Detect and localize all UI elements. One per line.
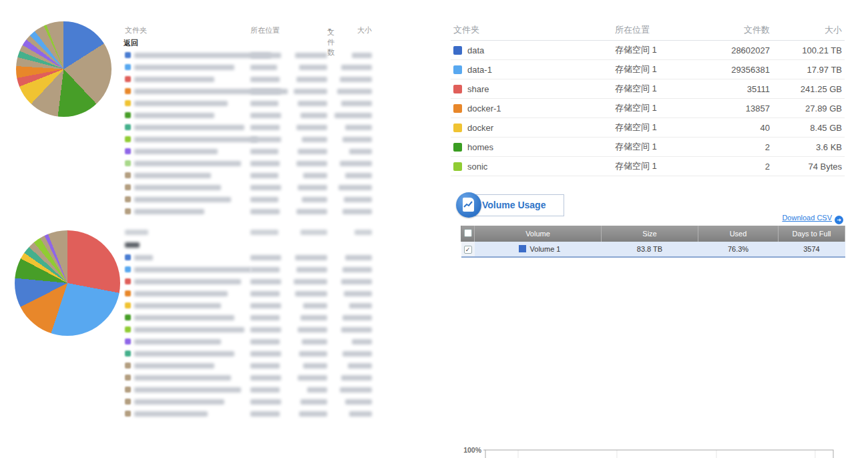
folder-row-redacted[interactable]: [124, 85, 374, 97]
redacted-text-block: [134, 267, 251, 272]
folder-file-count: 13857: [711, 99, 773, 118]
redacted-text-block: [250, 327, 281, 332]
redacted-text-block: [250, 89, 281, 94]
column-header-location[interactable]: 所在位置: [250, 25, 280, 35]
folder-row-redacted[interactable]: [124, 360, 374, 372]
redacted-text-block: [295, 255, 327, 260]
folder-row-redacted[interactable]: [124, 73, 374, 85]
redacted-text-block: [134, 137, 258, 142]
folder-location: 存储空间 1: [612, 60, 711, 79]
column-header-used[interactable]: Used: [698, 226, 779, 242]
folder-location: 存储空间 1: [612, 118, 711, 138]
redacted-text-block: [343, 267, 372, 272]
volume-usage-line-chart: 0%20%40%60%80%100%Fri Apr 15 2022Sun Jun…: [451, 443, 845, 458]
redacted-text-block: [296, 77, 327, 82]
folder-row-redacted[interactable]: [124, 194, 374, 206]
redacted-text-block: [250, 65, 277, 70]
folder-color-icon: [453, 65, 462, 74]
redacted-text-block: [134, 411, 208, 417]
folder-color-icon: [125, 411, 131, 417]
download-csv-link[interactable]: Download CSV➜: [782, 214, 843, 224]
column-header-size[interactable]: 大小: [357, 25, 372, 35]
redacted-text-block: [134, 197, 231, 202]
folder-size: 74 Bytes: [773, 157, 845, 176]
redacted-text-block: [340, 161, 372, 166]
column-header-count[interactable]: 文件数: [711, 20, 773, 41]
redacted-text-block: [294, 279, 327, 284]
table-header-row: 文件夹 所在位置 文件数 ▼ 大小: [124, 23, 374, 38]
folder-row-redacted[interactable]: [124, 146, 374, 158]
folder-row-redacted[interactable]: [124, 264, 374, 276]
folder-row-sonic[interactable]: sonic存储空间 1274 Bytes: [451, 157, 845, 176]
folder-row-share[interactable]: share存储空间 135111241.25 GB: [451, 79, 845, 99]
redacted-text-block: [250, 230, 278, 235]
column-header-location[interactable]: 所在位置: [612, 20, 711, 41]
redacted-text-block: [250, 101, 278, 106]
redacted-text-block: [250, 339, 280, 345]
column-header-days-to-full[interactable]: Days to Full: [779, 226, 845, 242]
folder-row-redacted[interactable]: [124, 396, 374, 408]
folder-row-redacted[interactable]: [124, 134, 374, 146]
folder-row-redacted[interactable]: [124, 109, 374, 122]
folder-color-icon: [125, 88, 131, 94]
folder-row-docker-1[interactable]: docker-1存储空间 11385727.89 GB: [451, 99, 845, 118]
redacted-text-block: [341, 101, 372, 106]
folder-row-redacted[interactable]: [124, 49, 374, 61]
folder-row-redacted[interactable]: [124, 300, 374, 312]
redacted-text-block: [303, 303, 327, 308]
folder-row-redacted[interactable]: [124, 97, 374, 109]
folder-row-homes[interactable]: homes存储空间 123.6 KB: [451, 138, 845, 157]
folder-row-docker[interactable]: docker存储空间 1408.45 GB: [451, 118, 845, 138]
folder-row-redacted[interactable]: [124, 336, 374, 348]
folder-row-redacted[interactable]: [124, 372, 374, 384]
redacted-text-block: [250, 255, 281, 260]
folder-color-icon: [453, 85, 462, 93]
folder-row-redacted[interactable]: [124, 61, 374, 73]
redacted-text-block: [300, 315, 327, 320]
select-all-checkbox[interactable]: [461, 226, 475, 242]
redacted-text-block: [349, 149, 372, 154]
folder-row-redacted[interactable]: [124, 252, 374, 264]
folder-row-redacted[interactable]: [124, 384, 374, 396]
folder-row-redacted[interactable]: [124, 324, 374, 336]
folder-row-redacted[interactable]: [124, 170, 374, 182]
folder-row-data-1[interactable]: data-1存储空间 12935638117.97 TB: [451, 60, 845, 79]
redacted-text-block: [344, 197, 372, 202]
column-header-folder[interactable]: 文件夹: [451, 20, 612, 41]
redacted-text-block: [134, 339, 221, 345]
folder-row-redacted[interactable]: [124, 122, 374, 134]
folder-row-redacted[interactable]: [124, 276, 374, 288]
redacted-text-block: [125, 230, 148, 235]
back-link[interactable]: 返回: [124, 38, 374, 49]
redacted-text-block: [134, 399, 224, 405]
column-header-folder[interactable]: 文件夹: [125, 25, 147, 35]
redacted-text-block: [302, 197, 327, 202]
redacted-text-block: [298, 327, 327, 332]
redacted-text-block: [134, 279, 241, 284]
redacted-text-block: [134, 113, 214, 118]
redacted-text-block: [296, 209, 327, 214]
redacted-text-block: [340, 387, 372, 393]
folder-row-data[interactable]: data存储空间 128602027100.21 TB: [451, 41, 845, 60]
folder-row-redacted[interactable]: [124, 288, 374, 300]
back-link-redacted[interactable]: [124, 240, 374, 252]
redacted-text-block: [250, 279, 281, 284]
folder-row-redacted[interactable]: [124, 182, 374, 194]
column-header-size[interactable]: 大小: [773, 20, 845, 41]
folder-row-redacted[interactable]: [124, 408, 374, 420]
volume-series-color-icon: [519, 245, 526, 252]
folder-row-redacted[interactable]: [124, 348, 374, 360]
volume-row-checkbox[interactable]: ✓: [461, 242, 475, 257]
redacted-text-block: [250, 53, 281, 58]
folder-size: 3.6 KB: [773, 138, 845, 157]
folder-row-redacted[interactable]: [124, 206, 374, 218]
volume-row[interactable]: ✓ Volume 1 83.8 TB 76.3% 3574: [461, 242, 845, 257]
redacted-folder-table-bottom: [124, 226, 374, 420]
folder-name: docker-1: [467, 103, 501, 113]
column-header-size[interactable]: Size: [602, 226, 698, 242]
column-header-volume[interactable]: Volume: [475, 226, 602, 242]
folder-row-redacted[interactable]: [124, 312, 374, 324]
redacted-text-block: [299, 65, 327, 70]
folder-color-icon: [125, 326, 131, 332]
folder-row-redacted[interactable]: [124, 158, 374, 170]
